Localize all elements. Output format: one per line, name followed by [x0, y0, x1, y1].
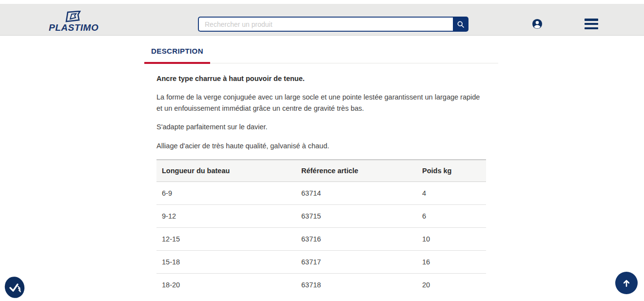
menu-icon — [585, 27, 598, 30]
column-header-reference: Référence article — [296, 160, 417, 182]
arrow-up-icon — [622, 279, 631, 287]
menu-icon — [585, 23, 598, 25]
spec-table: Longueur du bateau Référence article Poi… — [156, 160, 486, 296]
cell-reference: 63715 — [296, 205, 417, 228]
menu-icon — [585, 19, 598, 21]
cell-reference: 63717 — [296, 251, 417, 274]
cell-boat-length: 9-12 — [156, 205, 296, 228]
menu-button[interactable] — [585, 19, 598, 29]
check-icon — [4, 276, 26, 299]
table-row: 18-20 63718 20 — [156, 274, 486, 297]
cell-weight: 20 — [417, 274, 486, 297]
search-input[interactable] — [198, 17, 453, 32]
table-row: 15-18 63717 16 — [156, 251, 486, 274]
cell-weight: 16 — [417, 251, 486, 274]
cell-reference: 63718 — [296, 274, 417, 297]
svg-text:PLASTIMO: PLASTIMO — [49, 22, 98, 33]
cell-weight: 6 — [417, 205, 486, 228]
search-button[interactable] — [453, 17, 468, 32]
description-paragraph: La forme de la verge conjuguée avec un l… — [156, 92, 486, 114]
column-header-boat-length: Longueur du bateau — [156, 160, 296, 182]
account-icon — [532, 19, 543, 29]
account-button[interactable] — [532, 19, 543, 29]
cell-reference: 63714 — [296, 182, 417, 205]
cell-boat-length: 15-18 — [156, 251, 296, 274]
flag-logo-icon: PLASTIMO — [48, 11, 101, 34]
cell-reference: 63716 — [296, 228, 417, 251]
cell-weight: 4 — [417, 182, 486, 205]
product-page: PLASTIMO DESCRIPTI — [0, 0, 644, 301]
product-tabbar: DESCRIPTION — [144, 43, 498, 63]
table-row: 12-15 63716 10 — [156, 228, 486, 251]
cell-boat-length: 6-9 — [156, 182, 296, 205]
cell-boat-length: 18-20 — [156, 274, 296, 297]
site-header: PLASTIMO — [0, 4, 644, 36]
scroll-to-top-button[interactable] — [615, 272, 638, 294]
search-icon — [457, 20, 465, 28]
cell-boat-length: 12-15 — [156, 228, 296, 251]
table-row: 6-9 63714 4 — [156, 182, 486, 205]
description-paragraph: Alliage d'acier de très haute qualité, g… — [156, 140, 486, 151]
description-title: Ancre type charrue à haut pouvoir de ten… — [156, 73, 486, 84]
tab-description[interactable]: DESCRIPTION — [144, 43, 210, 64]
product-search-form — [198, 17, 468, 32]
table-row: 9-12 63715 6 — [156, 205, 486, 228]
table-header-row: Longueur du bateau Référence article Poi… — [156, 160, 486, 182]
plastimo-logo[interactable]: PLASTIMO — [48, 11, 101, 34]
cell-weight: 10 — [417, 228, 486, 251]
description-paragraph: S'adapte parfaitement sur le davier. — [156, 121, 486, 132]
column-header-weight: Poids kg — [417, 160, 486, 182]
cookie-consent-button[interactable] — [4, 276, 26, 299]
